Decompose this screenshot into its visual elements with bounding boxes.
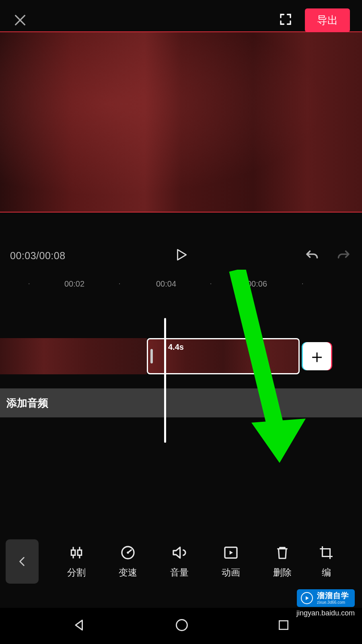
tool-edit[interactable]: 编 [308,545,344,579]
export-button[interactable]: 导出 [305,8,350,32]
ruler-dot: · [210,280,212,287]
animation-icon [223,545,239,561]
undo-button[interactable] [304,248,320,264]
time-display: 00:03/00:08 [10,250,66,262]
tool-animation[interactable]: 动画 [205,545,257,579]
playhead[interactable] [164,318,166,443]
video-track[interactable]: 4.4s ＋ [0,338,362,374]
annotation-arrow [225,270,306,479]
square-icon [277,619,290,632]
tool-strip[interactable]: 分割 变速 音量 动画 删除 [39,545,362,579]
tool-label: 变速 [119,566,137,579]
timeline-ruler[interactable]: · 00:02 · 00:04 · 00:06 · [0,276,362,292]
triangle-left-icon [72,618,86,632]
volume-icon [171,545,188,561]
total-time: 00:08 [39,250,66,261]
split-icon [69,545,84,561]
nav-recent-button[interactable] [277,619,290,633]
clip-segment[interactable] [0,338,147,374]
tool-label: 动画 [222,566,240,579]
toolbar-back-button[interactable] [6,539,39,584]
plus-icon: ＋ [308,347,326,365]
audio-track[interactable]: 添加音频 [0,388,362,417]
play-button[interactable] [174,247,188,264]
svg-rect-4 [279,621,288,629]
watermark-site: jingyan.baidu.com [296,609,355,617]
tool-volume[interactable]: 音量 [154,545,205,579]
svg-point-1 [127,551,129,553]
tool-speed[interactable]: 变速 [102,545,154,579]
current-time: 00:03 [10,250,36,261]
clip-duration-label: 4.4s [168,343,184,352]
undo-redo-group [304,248,352,264]
nav-back-button[interactable] [72,618,86,634]
tool-label: 音量 [170,566,189,579]
tool-split[interactable]: 分割 [51,545,102,579]
video-preview[interactable] [0,31,362,213]
clip-trim-handle-left[interactable] [150,349,153,363]
ruler-dot: · [302,280,303,287]
add-clip-button[interactable]: ＋ [303,342,331,370]
speed-icon [120,545,136,561]
top-right-controls: 导出 [278,8,350,32]
close-icon [13,13,27,27]
watermark-text: 溜溜自学 [317,592,349,600]
redo-icon [336,248,352,262]
tool-label: 编 [322,566,331,579]
watermark-sub: zixue.3d66.com [317,600,349,605]
tool-label: 删除 [273,566,292,579]
add-audio-label: 添加音频 [6,396,48,410]
fullscreen-button[interactable] [278,12,293,28]
ruler-tick: 00:02 [64,279,84,289]
timeline-area: 4.4s ＋ [0,338,362,374]
ruler-tick: 00:06 [247,279,267,289]
playback-controls: 00:03/00:08 [0,242,362,270]
watermark-badge: 溜溜自学 zixue.3d66.com [297,589,355,607]
ruler-dot: · [119,280,120,287]
ruler-dot: · [28,280,30,287]
undo-icon [304,248,320,262]
expand-icon [278,12,293,27]
tool-label: 分割 [67,566,86,579]
play-icon [174,247,188,262]
top-bar: 导出 [0,8,362,32]
chevron-left-icon [17,553,27,570]
clip-selected[interactable]: 4.4s [147,338,300,374]
nav-home-button[interactable] [175,618,189,634]
ruler-tick: 00:04 [156,279,176,289]
svg-point-3 [176,620,187,631]
tool-delete[interactable]: 删除 [257,545,308,579]
crop-icon [319,545,334,561]
play-circle-icon [301,592,313,604]
close-button[interactable] [12,12,28,28]
circle-icon [175,618,189,632]
redo-button [336,248,352,264]
bottom-toolbar: 分割 变速 音量 动画 删除 [0,533,362,590]
trash-icon [275,545,290,561]
